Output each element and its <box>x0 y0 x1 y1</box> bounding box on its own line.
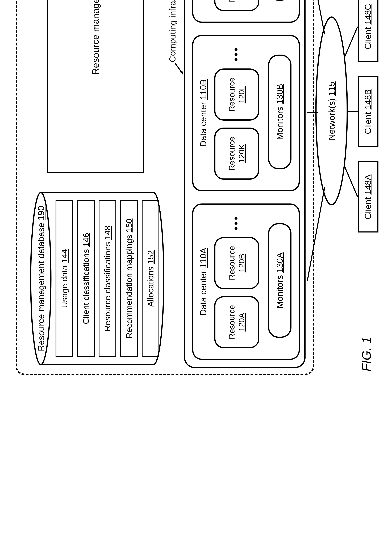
client-148b: Client 148B <box>358 76 378 147</box>
computing-infrastructure-label: Computing infrastructure 176 <box>168 0 178 62</box>
db-item-client-classifications: Client classifications 146 <box>77 200 95 357</box>
monitors-130c: Monitors 130C <box>268 0 292 1</box>
figure-label: FIG. 1 <box>359 337 374 372</box>
data-center-b-title: Data center 110B <box>198 36 208 190</box>
ellipsis-icon: ••• <box>230 215 242 230</box>
network-cloud: Network(s) 115 <box>314 15 349 206</box>
resource-120a: Resource120A <box>214 296 259 348</box>
computing-infrastructure: Data center 110A Resource120A Resource12… <box>184 0 306 368</box>
resource-120l: Resource120L <box>214 68 259 121</box>
network-label: Network(s) 115 <box>327 15 337 206</box>
db-item-allocations: Allocations 152 <box>142 200 159 357</box>
resource-manager: Resource manager 181 <box>47 0 144 173</box>
ellipsis-icon: ••• <box>230 46 242 61</box>
db-item-recommendation-mappings: Recommendation mappings 150 <box>120 200 138 357</box>
client-148c: Client 148C <box>358 0 378 62</box>
db-item-resource-classifications: Resource classifications 148 <box>99 200 116 357</box>
monitors-130a: Monitors 130A <box>268 223 292 338</box>
data-center-c-title: Data center 110C <box>198 0 208 22</box>
resource-management-database: Resource management database 190 Usage d… <box>29 191 165 366</box>
data-center-c: Data center 110C Resource120R Resource12… <box>192 0 300 23</box>
database-title: Resource management database 190 <box>36 191 46 366</box>
monitors-130b: Monitors 130B <box>268 55 292 169</box>
data-center-a-title: Data center 110A <box>198 205 208 359</box>
client-148a: Client 148A <box>358 161 378 233</box>
resource-120r: Resource120R <box>214 0 259 11</box>
data-center-a: Data center 110A Resource120A Resource12… <box>192 204 300 360</box>
resource-120b: Resource120B <box>214 237 259 289</box>
data-center-b: Data center 110B Resource120K Resource12… <box>192 35 300 191</box>
resource-120k: Resource120K <box>214 128 259 180</box>
db-item-usage-data: Usage data 144 <box>56 200 73 357</box>
